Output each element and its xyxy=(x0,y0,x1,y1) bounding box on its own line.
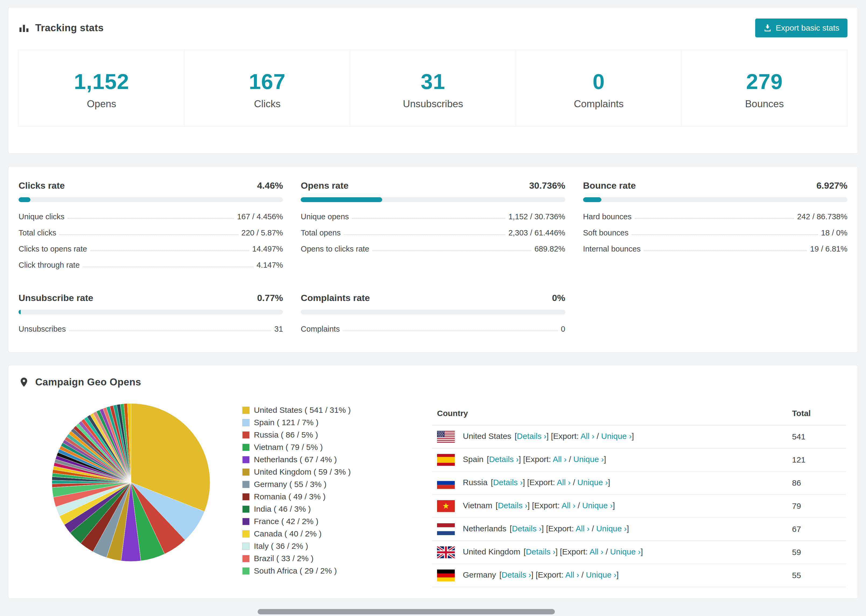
tracking-stats-title-text: Tracking stats xyxy=(35,22,104,34)
rate-stat-value: 220 / 5.87% xyxy=(241,228,283,237)
rate-value: 4.46% xyxy=(257,180,283,191)
stat-box-clicks: 167Clicks xyxy=(184,50,350,127)
legend-swatch xyxy=(242,555,250,562)
export-unique-link[interactable]: Unique › xyxy=(601,432,631,440)
export-unique-link[interactable]: Unique › xyxy=(578,478,608,487)
legend-label: Brazil ( 33 / 2% ) xyxy=(254,554,313,563)
export-unique-link[interactable]: Unique › xyxy=(573,455,604,464)
rate-stat-label: Unsubscribes xyxy=(19,325,66,333)
export-unique-link[interactable]: Unique › xyxy=(582,501,612,510)
dotted-leader xyxy=(83,267,254,267)
legend-item-italy: Italy ( 36 / 2% ) xyxy=(242,542,366,551)
rate-stat-value: 18 / 0% xyxy=(821,228,847,237)
rate-stat-row-unsubscribes: Unsubscribes31 xyxy=(19,325,283,333)
stat-value: 167 xyxy=(187,69,347,94)
legend-item-romania: Romania ( 49 / 3% ) xyxy=(242,492,366,501)
rate-stat-label: Total opens xyxy=(301,228,340,237)
rate-value: 0.77% xyxy=(257,293,283,303)
export-icon xyxy=(763,24,772,32)
rate-title: Complaints rate xyxy=(301,293,370,303)
details-link[interactable]: Details › xyxy=(489,455,518,464)
rate-stat-row-unique-opens: Unique opens1,152 / 30.736% xyxy=(301,212,565,221)
export-all-link[interactable]: All › xyxy=(581,432,595,440)
stat-label: Unsubscribes xyxy=(353,98,513,110)
export-all-link[interactable]: All › xyxy=(562,501,576,510)
details-link[interactable]: Details › xyxy=(512,524,542,533)
stat-label: Complaints xyxy=(519,98,679,110)
country-links: [Details ›] [Export: All › / Unique ›] xyxy=(485,455,606,464)
country-links: [Details ›] [Export: All › / Unique ›] xyxy=(493,501,615,510)
country-cell: Spain [Details ›] [Export: All › / Uniqu… xyxy=(432,448,787,471)
export-all-link[interactable]: All › xyxy=(589,547,603,556)
rate-panel-clicks-rate: Clicks rate4.46%Unique clicks167 / 4.456… xyxy=(19,180,283,270)
horizontal-scrollbar-thumb[interactable] xyxy=(258,609,555,614)
country-links: [Details ›] [Export: All › / Unique ›] xyxy=(507,524,629,533)
rate-title: Bounce rate xyxy=(583,180,636,191)
details-link[interactable]: Details › xyxy=(526,547,555,556)
rate-stat-row-unique-clicks: Unique clicks167 / 4.456% xyxy=(19,212,283,221)
legend-swatch xyxy=(242,444,250,451)
rate-stat-label: Complaints xyxy=(301,325,340,333)
legend-item-france: France ( 42 / 2% ) xyxy=(242,517,366,526)
details-link[interactable]: Details › xyxy=(517,432,546,440)
details-link[interactable]: Details › xyxy=(502,570,531,579)
tracking-stats-header: Tracking stats Export basic stats xyxy=(19,19,847,37)
rate-panel-unsubscribe-rate: Unsubscribe rate0.77%Unsubscribes31 xyxy=(19,293,283,333)
map-pin-icon xyxy=(19,377,29,388)
rate-stat-row-opens-to-clicks-rate: Opens to clicks rate689.82% xyxy=(301,245,565,253)
country-total: 121 xyxy=(787,448,846,471)
legend-swatch xyxy=(242,456,250,464)
export-all-link[interactable]: All › xyxy=(565,570,579,579)
legend-swatch xyxy=(242,481,250,488)
details-link[interactable]: Details › xyxy=(498,501,527,510)
dotted-leader xyxy=(373,250,531,251)
dotted-leader xyxy=(632,234,818,235)
country-links: [Details ›] [Export: All › / Unique ›] xyxy=(497,570,619,579)
export-prefix: Export: xyxy=(538,570,565,579)
rate-progress-track xyxy=(19,197,283,202)
rate-value: 0% xyxy=(552,293,565,303)
rate-stat-value: 242 / 86.738% xyxy=(797,212,847,221)
export-basic-stats-button[interactable]: Export basic stats xyxy=(755,19,847,37)
export-prefix: Export: xyxy=(562,547,589,556)
tracking-stats-title: Tracking stats xyxy=(19,22,104,34)
rate-stat-value: 689.82% xyxy=(534,245,565,253)
country-links: [Details ›] [Export: All › / Unique ›] xyxy=(512,432,634,440)
country-total: 79 xyxy=(787,495,846,518)
rate-title: Opens rate xyxy=(301,180,348,191)
rate-stat-label: Opens to clicks rate xyxy=(301,245,369,253)
export-unique-link[interactable]: Unique › xyxy=(610,547,641,556)
country-flag-de xyxy=(437,569,455,581)
geo-pie-chart[interactable] xyxy=(50,402,212,563)
dotted-leader xyxy=(644,250,807,251)
rate-head: Bounce rate6.927% xyxy=(583,180,847,191)
export-unique-link[interactable]: Unique › xyxy=(596,524,627,533)
export-unique-link[interactable]: Unique › xyxy=(586,570,616,579)
export-all-link[interactable]: All › xyxy=(553,455,567,464)
stat-label: Bounces xyxy=(685,98,844,110)
geo-legend: United States ( 541 / 31% )Spain ( 121 /… xyxy=(242,405,366,579)
legend-item-brazil: Brazil ( 33 / 2% ) xyxy=(242,554,366,563)
rate-stat-value: 19 / 6.81% xyxy=(810,245,847,253)
rate-stat-label: Total clicks xyxy=(19,228,56,237)
campaign-geo-opens-title: Campaign Geo Opens xyxy=(19,377,141,388)
export-all-link[interactable]: All › xyxy=(576,524,589,533)
rates-grid: Clicks rate4.46%Unique clicks167 / 4.456… xyxy=(19,180,847,333)
rate-stat-row-internal-bounces: Internal bounces19 / 6.81% xyxy=(583,245,847,253)
country-cell: Netherlands [Details ›] [Export: All › /… xyxy=(432,518,787,541)
country-total: 86 xyxy=(787,471,846,495)
rate-title: Clicks rate xyxy=(19,180,65,191)
rate-stat-label: Hard bounces xyxy=(583,212,632,221)
rate-progress-track xyxy=(301,197,565,202)
legend-swatch xyxy=(242,518,250,525)
legend-item-south-africa: South Africa ( 29 / 2% ) xyxy=(242,566,366,575)
legend-swatch xyxy=(242,407,250,414)
details-link[interactable]: Details › xyxy=(493,478,523,487)
rate-progress-fill xyxy=(19,310,21,314)
stat-value: 279 xyxy=(685,69,844,94)
export-prefix: Export: xyxy=(553,432,581,440)
export-all-link[interactable]: All › xyxy=(557,478,571,487)
rate-stat-row-soft-bounces: Soft bounces18 / 0% xyxy=(583,228,847,237)
country-total: 59 xyxy=(787,541,846,564)
rate-stat-label: Unique opens xyxy=(301,212,349,221)
